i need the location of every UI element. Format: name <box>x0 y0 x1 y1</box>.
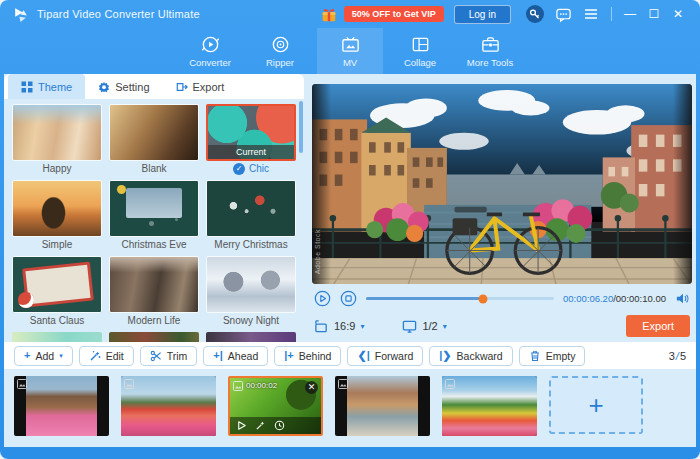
timeline-clip-2[interactable] <box>121 376 216 436</box>
behind-icon: |+ <box>284 350 294 361</box>
theme-blank-thumbnail <box>109 104 199 161</box>
photo-icon <box>338 379 348 389</box>
mv-icon <box>340 34 361 55</box>
theme-chic-thumbnail: Current <box>206 104 296 161</box>
empty-button[interactable]: Empty <box>519 346 586 366</box>
tab-more-tools[interactable]: More Tools <box>457 28 523 74</box>
aspect-ratio-selector[interactable]: 16:9 ▾ <box>314 319 364 334</box>
tab-mv-label: MV <box>343 57 357 68</box>
remove-clip-button[interactable]: ✕ <box>305 381 318 394</box>
tab-more-tools-label: More Tools <box>467 57 513 68</box>
photo-icon <box>445 379 455 389</box>
timeline-clip-5[interactable] <box>442 376 537 436</box>
theme-modern-life[interactable]: Modern Life <box>109 256 199 328</box>
add-clip-placeholder[interactable]: + <box>549 376 643 434</box>
tab-theme-label: Theme <box>38 81 72 93</box>
login-button[interactable]: Log in <box>454 5 511 24</box>
theme-merry-christmas[interactable]: Merry Christmas <box>206 180 296 252</box>
tab-mv[interactable]: MV <box>317 28 383 74</box>
converter-icon <box>200 34 221 55</box>
ahead-button[interactable]: +|Ahead <box>203 346 268 366</box>
theme-partial-thumbnail[interactable] <box>206 332 296 342</box>
edit-button[interactable]: Edit <box>79 346 134 366</box>
ripper-icon <box>270 34 291 55</box>
main-nav: Converter Ripper MV Collage <box>0 28 700 74</box>
theme-snowy-night[interactable]: Snowy Night <box>206 256 296 328</box>
feedback-icon[interactable] <box>553 4 573 24</box>
scissors-icon <box>150 350 162 362</box>
timeline-clip-4[interactable] <box>335 376 430 436</box>
export-button[interactable]: Export <box>626 315 690 337</box>
progress-knob[interactable] <box>478 294 487 303</box>
tab-export-label: Export <box>193 81 225 93</box>
clip-action-bar <box>230 417 321 434</box>
theme-happy-label: Happy <box>12 161 102 176</box>
tab-theme[interactable]: Theme <box>8 74 85 99</box>
clip-play-icon[interactable] <box>236 420 247 431</box>
tab-ripper-label: Ripper <box>266 57 294 68</box>
theme-partial-thumbnail[interactable] <box>109 332 199 342</box>
trash-icon <box>529 350 541 362</box>
titlebar-separator <box>611 7 612 21</box>
play-button[interactable] <box>314 290 331 307</box>
tab-collage[interactable]: Collage <box>387 28 453 74</box>
tab-converter[interactable]: Converter <box>177 28 243 74</box>
theme-modern-life-thumbnail <box>109 256 199 313</box>
tab-export[interactable]: Export <box>163 74 238 99</box>
theme-happy-thumbnail <box>12 104 102 161</box>
add-clip-plus-icon: + <box>588 392 603 418</box>
app-window: Tipard Video Converter Ultimate 50% OFF … <box>0 0 700 459</box>
page-caret-icon: ▾ <box>443 322 447 331</box>
theme-santa-claus[interactable]: Santa Claus <box>12 256 102 328</box>
forward-button[interactable]: ❮|Forward <box>347 346 423 366</box>
tab-setting[interactable]: Setting <box>85 74 162 99</box>
stop-button[interactable] <box>340 290 357 307</box>
clip-duration-icon[interactable] <box>274 420 285 431</box>
theme-christmas-eve-label: Christmas Eve <box>109 237 199 252</box>
collage-icon <box>410 34 431 55</box>
register-key-icon[interactable] <box>525 4 545 24</box>
vip-offer-badge[interactable]: 50% OFF to Get VIP <box>344 6 444 22</box>
left-panel-tabs: Theme Setting Export <box>4 74 304 99</box>
theme-merry-christmas-label: Merry Christmas <box>206 237 296 252</box>
photo-icon <box>233 381 243 391</box>
tab-setting-label: Setting <box>115 81 149 93</box>
maximize-button[interactable]: ☐ <box>645 5 663 23</box>
theme-modern-life-label: Modern Life <box>109 313 199 328</box>
theme-simple[interactable]: Simple <box>12 180 102 252</box>
aspect-ratio-icon <box>314 319 329 334</box>
theme-blank[interactable]: Blank <box>109 104 199 176</box>
theme-christmas-eve[interactable]: Christmas Eve <box>109 180 199 252</box>
clip-edit-icon[interactable] <box>255 420 266 431</box>
behind-button[interactable]: |+Behind <box>274 346 341 366</box>
theme-chic-selected[interactable]: Current ✓ Chic <box>206 104 296 176</box>
preview-page-selector[interactable]: 1/2 ▾ <box>402 319 446 334</box>
minimize-button[interactable]: — <box>621 5 639 23</box>
theme-partial-thumbnail[interactable] <box>12 332 102 342</box>
add-button[interactable]: +Add▾ <box>14 346 73 366</box>
clip-counter: 3/5 <box>669 350 686 362</box>
backward-button[interactable]: |❯Backward <box>429 346 512 366</box>
timeline-clip-3-selected[interactable]: 00:00:02 ✕ <box>228 376 323 436</box>
theme-simple-thumbnail <box>12 180 102 237</box>
photo-icon <box>124 379 134 389</box>
theme-happy[interactable]: Happy <box>12 104 102 176</box>
theme-row-partial <box>12 332 296 342</box>
gift-icon[interactable] <box>320 5 338 23</box>
tab-collage-label: Collage <box>404 57 436 68</box>
menu-icon[interactable] <box>581 4 601 24</box>
timeline-clip-1[interactable] <box>14 376 109 436</box>
magic-wand-icon <box>89 350 101 362</box>
ahead-icon: +| <box>213 350 223 361</box>
mv-left-panel: Theme Setting Export <box>4 74 304 342</box>
volume-icon[interactable] <box>675 291 690 306</box>
trim-button[interactable]: Trim <box>140 346 198 366</box>
selected-check-icon: ✓ <box>233 163 245 175</box>
app-title: Tipard Video Converter Ultimate <box>37 8 200 20</box>
theme-merry-christmas-thumbnail <box>206 180 296 237</box>
theme-scrollbar[interactable] <box>299 101 303 153</box>
forward-icon: ❮| <box>357 350 369 361</box>
tab-ripper[interactable]: Ripper <box>247 28 313 74</box>
close-button[interactable]: ✕ <box>669 5 687 23</box>
progress-slider[interactable] <box>366 297 554 300</box>
